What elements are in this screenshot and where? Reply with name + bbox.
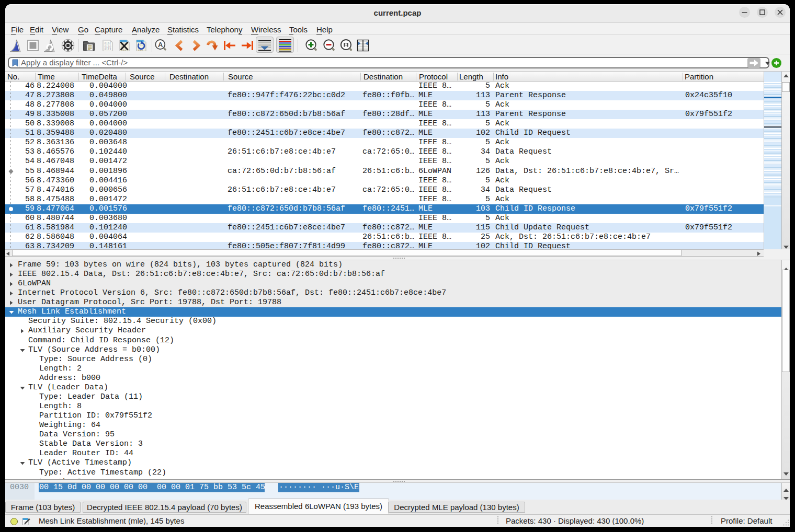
- svg-text:A: A: [158, 41, 163, 49]
- svg-text:0113: 0113: [105, 48, 111, 51]
